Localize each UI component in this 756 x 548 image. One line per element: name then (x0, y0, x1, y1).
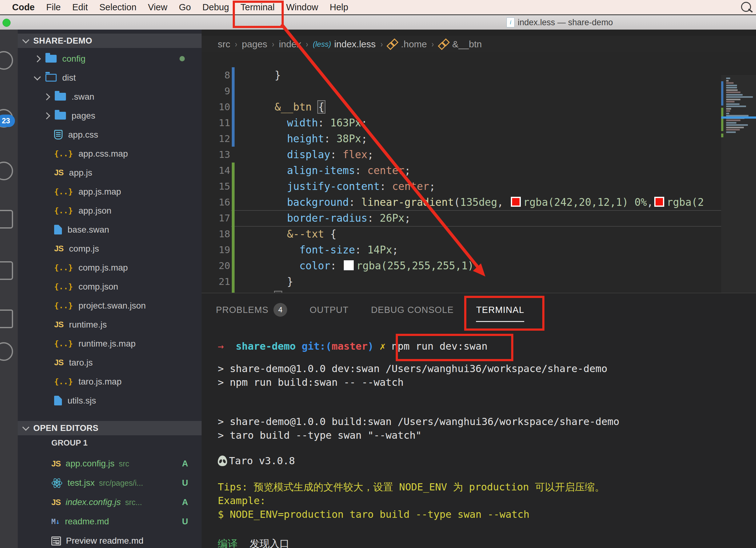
open-editor-readme-md[interactable]: M↓readme.mdU (18, 512, 202, 531)
tree-item-pages[interactable]: pages (18, 106, 202, 125)
code-line-text: color: rgba(255,255,255,1); (262, 258, 480, 274)
code-token: 163Px (330, 117, 361, 129)
breadcrumb-item--home[interactable]: .home (387, 39, 427, 49)
tree-item-base-swan[interactable]: base.swan (18, 220, 202, 239)
menu-item-terminal[interactable]: Terminal (240, 2, 275, 12)
open-editors-section-header[interactable]: OPEN EDITORS (18, 421, 202, 435)
code-line-18[interactable]: 18 &--txt { (202, 226, 756, 242)
js-file-icon: JS (54, 244, 63, 253)
tree-item--swan[interactable]: .swan (18, 87, 202, 106)
code-line-9[interactable]: 9 (202, 83, 756, 99)
code-token: display (287, 148, 330, 161)
code-token: : (330, 148, 343, 161)
tree-item-project-swan-json[interactable]: {..}project.swan.json (18, 296, 202, 315)
tree-item-runtime-js[interactable]: JSruntime.js (18, 315, 202, 334)
code-token: color (299, 260, 330, 272)
breadcrumb-item-index-less[interactable]: (less)index.less (313, 39, 376, 49)
code-line-11[interactable]: 11 width: 163Px; (202, 115, 756, 131)
code-line-15[interactable]: 15 justify-content: center; (202, 178, 756, 194)
tree-item-comp-js-map[interactable]: {..}comp.js.map (18, 258, 202, 277)
breadcrumb-item-index[interactable]: index (279, 39, 301, 49)
tree-item-runtime-js-map[interactable]: {..}runtime.js.map (18, 334, 202, 353)
menu-item-selection[interactable]: Selection (99, 2, 136, 12)
menu-item-go[interactable]: Go (179, 2, 191, 12)
minimap[interactable] (721, 75, 756, 293)
open-editor-app-config-js[interactable]: JSapp.config.jssrcA (18, 454, 202, 473)
code-token: : (355, 164, 367, 176)
traffic-light-green-button[interactable] (2, 19, 11, 27)
tree-item-comp-js[interactable]: JScomp.js (18, 239, 202, 258)
explorer-sidebar: SHARE-DEMO configdist.swanpagesapp.css{.… (18, 30, 202, 548)
code-line-21[interactable]: 21 } (202, 274, 756, 290)
menu-item-view[interactable]: View (148, 2, 167, 12)
menu-items: CodeFileEditSelectionViewGoDebugTerminal… (0, 2, 348, 12)
tree-item-label: base.swan (68, 225, 109, 235)
code-line-19[interactable]: 19 font-size: 14Px; (202, 242, 756, 258)
tree-item-label: .swan (72, 92, 94, 102)
tree-item-taro-js-map[interactable]: {..}taro.js.map (18, 372, 202, 391)
minimap-diff-indicator (721, 108, 723, 131)
explorer-section-header[interactable]: SHARE-DEMO (18, 34, 202, 48)
menu-item-code[interactable]: Code (12, 2, 35, 12)
code-token: : (355, 244, 367, 256)
menu-bar: CodeFileEditSelectionViewGoDebugTerminal… (0, 0, 756, 15)
markdown-file-icon: M↓ (51, 518, 60, 526)
tree-item-app-css-map[interactable]: {..}app.css.map (18, 144, 202, 163)
tree-item-dist[interactable]: dist (18, 68, 202, 87)
code-editor[interactable]: 8 }910 &__btn {11 width: 163Px;12 height… (202, 52, 756, 293)
search-icon[interactable] (0, 51, 13, 70)
terminal-output[interactable]: → share-demo git:(master) ✗ npm run dev:… (202, 293, 756, 548)
code-line-22[interactable]: 22 } (202, 290, 756, 293)
extensions-icon[interactable] (0, 210, 13, 228)
line-number: 19 (202, 242, 230, 258)
menu-item-edit[interactable]: Edit (72, 2, 88, 12)
line-number: 12 (202, 131, 230, 147)
code-token: 14Px (367, 244, 392, 256)
terminal-line: Tips: 预览模式生成的文件较大，设置 NODE_ENV 为 producti… (218, 480, 604, 494)
line-number: 16 (202, 194, 230, 210)
code-line-16[interactable]: 16 background: linear-gradient(135deg, r… (202, 194, 756, 210)
react-file-icon (51, 477, 63, 489)
code-token: &__btn (275, 101, 312, 113)
code-line-20[interactable]: 20 color: rgba(255,255,255,1); (202, 258, 756, 274)
breadcrumb-item-pages[interactable]: pages (242, 39, 267, 49)
vscode-window: CodeFileEditSelectionViewGoDebugTerminal… (0, 0, 756, 548)
open-editor-test-jsx[interactable]: test.jsxsrc/pages/i...U (18, 473, 202, 493)
braces-file-icon: {..} (54, 282, 73, 291)
code-line-13[interactable]: 13 display: flex; (202, 147, 756, 162)
test-icon[interactable] (0, 310, 13, 328)
code-token (312, 101, 318, 113)
color-swatch (654, 197, 664, 207)
code-token: } (262, 276, 293, 288)
tree-item-app-json[interactable]: {..}app.json (18, 201, 202, 220)
debug-icon[interactable] (0, 161, 13, 180)
open-editor-preview-readme-md[interactable]: Preview readme.md (18, 531, 202, 548)
tree-item-app-css[interactable]: app.css (18, 125, 202, 144)
tree-item-app-js[interactable]: JSapp.js (18, 163, 202, 182)
alien-icon (218, 456, 227, 466)
code-line-17[interactable]: 17 border-radius: 26Px; (202, 210, 756, 226)
breadcrumb-item--btn[interactable]: &__btn (439, 39, 482, 49)
code-line-10[interactable]: 10 &__btn { (202, 99, 756, 115)
tree-item-config[interactable]: config (18, 49, 202, 68)
open-editor-index-config-js[interactable]: JSindex.config.jssrc...A (18, 493, 202, 512)
menu-item-file[interactable]: File (46, 2, 61, 12)
tree-item-comp-json[interactable]: {..}comp.json (18, 277, 202, 296)
menu-item-help[interactable]: Help (330, 2, 348, 12)
file-icon (54, 225, 62, 234)
code-line-14[interactable]: 14 align-items: center; (202, 162, 756, 178)
tree-item-taro-js[interactable]: JStaro.js (18, 353, 202, 372)
breadcrumb-item-src[interactable]: src (218, 39, 230, 49)
chevron-right-icon (43, 112, 50, 119)
spotlight-search-icon[interactable] (741, 2, 754, 14)
tree-item-utils-sjs[interactable]: utils.sjs (18, 391, 202, 410)
line-number: 20 (202, 258, 230, 274)
account-icon[interactable] (0, 342, 13, 361)
code-line-12[interactable]: 12 height: 38Px; (202, 131, 756, 147)
tree-item-app-js-map[interactable]: {..}app.js.map (18, 182, 202, 201)
code-line-8[interactable]: 8 } (202, 67, 756, 83)
menu-item-window[interactable]: Window (286, 2, 318, 12)
tree-item-label: runtime.js (69, 320, 107, 330)
menu-item-debug[interactable]: Debug (203, 2, 229, 12)
references-icon[interactable] (0, 261, 13, 280)
